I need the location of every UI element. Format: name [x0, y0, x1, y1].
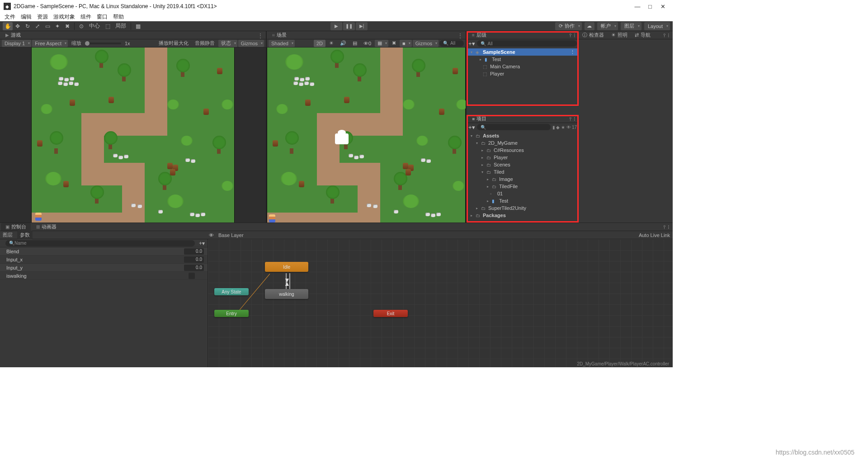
tab-scene[interactable]: ⌗场景: [268, 31, 291, 39]
account-dropdown[interactable]: 帐户: [597, 22, 618, 30]
lighting-icon[interactable]: ☀: [326, 40, 336, 47]
panel-menu-icon[interactable]: ⫯ ⋮: [660, 32, 673, 38]
mute-toggle[interactable]: 音频静音: [192, 40, 217, 47]
shading-dropdown[interactable]: Shaded: [269, 40, 295, 47]
snap-icon[interactable]: ▦: [133, 22, 143, 30]
scale-tool-icon[interactable]: ⤢: [33, 22, 42, 30]
hierarchy-search[interactable]: 🔍All: [477, 40, 577, 47]
menu-edit[interactable]: 编辑: [21, 13, 32, 21]
center-toggle[interactable]: 中心: [86, 22, 103, 30]
param-value[interactable]: 0.0: [184, 256, 204, 263]
project-filters[interactable]: ▮ ◆ ★ 👁17: [552, 125, 577, 130]
tab-navigation[interactable]: ⇄导航: [631, 32, 654, 38]
hidden-icon[interactable]: 👁0: [361, 40, 374, 47]
maximize-button[interactable]: □: [644, 3, 656, 10]
project-super[interactable]: ▸🗀SuperTiled2Unity: [467, 204, 579, 212]
add-icon[interactable]: +▾: [468, 124, 475, 131]
rotate-tool-icon[interactable]: ↻: [23, 22, 33, 30]
eye-icon[interactable]: 👁: [209, 232, 214, 238]
layout-dropdown[interactable]: Layout: [644, 22, 670, 30]
param-row[interactable]: iswalking: [0, 272, 208, 280]
rect-tool-icon[interactable]: ▭: [42, 22, 52, 30]
hierarchy-item-test[interactable]: ▸▮Test: [467, 56, 579, 63]
aspect-dropdown[interactable]: Free Aspect: [32, 40, 68, 47]
custom-tool-icon[interactable]: ✖: [62, 22, 72, 30]
animator-node-walking[interactable]: walking: [265, 289, 308, 299]
menu-gameobject[interactable]: 游戏对象: [53, 13, 75, 21]
menu-help[interactable]: 帮助: [113, 13, 124, 21]
hierarchy-item-camera[interactable]: ⬚Main Camera: [467, 63, 579, 70]
project-item[interactable]: ▸🗀C#Resources: [467, 147, 579, 154]
panel-menu-icon[interactable]: ⫯ ⋮: [660, 224, 673, 230]
tool-icon[interactable]: ✖: [389, 40, 399, 47]
2d-toggle[interactable]: 2D: [314, 40, 326, 47]
collab-dropdown[interactable]: ⟳协作: [555, 22, 582, 30]
menu-window[interactable]: 窗口: [97, 13, 108, 21]
param-search[interactable]: 🔍Name: [5, 240, 195, 246]
tab-inspector[interactable]: ⓘ检查器: [579, 32, 608, 38]
project-search[interactable]: 🔍: [477, 124, 551, 130]
project-packages[interactable]: ▸🗀Packages: [467, 212, 579, 219]
camera-gizmo-icon[interactable]: [335, 133, 349, 144]
minimize-button[interactable]: —: [631, 3, 644, 10]
cloud-button[interactable]: ☁: [585, 22, 594, 30]
hand-tool-icon[interactable]: ✋: [3, 22, 13, 30]
add-icon[interactable]: +▾: [468, 40, 475, 47]
tab-game[interactable]: ▶游戏: [1, 31, 25, 39]
base-layer-breadcrumb[interactable]: Base Layer: [218, 232, 244, 238]
project-item[interactable]: ▸🗀TiledFile: [467, 183, 579, 190]
status-dropdown[interactable]: 状态: [218, 40, 237, 47]
scene-gizmos-dropdown[interactable]: Gizmos: [413, 40, 439, 47]
fx-icon[interactable]: ▤: [350, 40, 360, 47]
layers-toggle[interactable]: 图层: [3, 232, 13, 238]
layers-dropdown[interactable]: 图层: [621, 22, 642, 30]
tab-hierarchy[interactable]: ≡层级: [467, 31, 491, 39]
animator-node-idle[interactable]: Idle: [265, 262, 308, 272]
project-item[interactable]: ▸🗀Image: [467, 175, 579, 183]
params-toggle[interactable]: 参数: [17, 231, 33, 239]
play-button[interactable]: ▶: [330, 22, 342, 30]
hierarchy-item-player[interactable]: ⬚Player: [467, 70, 579, 77]
project-item[interactable]: ▫01: [467, 190, 579, 197]
tab-project[interactable]: ■项目: [467, 115, 491, 123]
tab-console[interactable]: ▣控制台: [1, 223, 31, 231]
panel-menu-icon[interactable]: ⫯ ⋮: [566, 116, 579, 122]
scale-slider[interactable]: [85, 43, 121, 44]
param-row[interactable]: Input_x0.0: [0, 256, 208, 264]
param-row[interactable]: Blend0.0: [0, 247, 208, 256]
project-assets[interactable]: ▾🗀Assets: [467, 132, 579, 139]
panel-menu-icon[interactable]: ⫯ ⋮: [566, 32, 579, 38]
param-value[interactable]: 0.0: [184, 265, 204, 271]
step-button[interactable]: ▶|: [356, 22, 368, 30]
close-button[interactable]: ✕: [656, 3, 669, 10]
pause-button[interactable]: ❚❚: [343, 22, 355, 30]
display-dropdown[interactable]: Display 1: [2, 40, 31, 47]
transform-tool-icon[interactable]: ✦: [52, 22, 62, 30]
game-viewport[interactable]: [0, 47, 266, 223]
animator-node-exit[interactable]: Exit: [373, 310, 408, 317]
add-param-button[interactable]: +▾: [195, 240, 205, 246]
project-tiled[interactable]: ▾🗀Tiled: [467, 168, 579, 175]
scene-viewport[interactable]: [267, 47, 466, 223]
param-row[interactable]: Input_y0.0: [0, 264, 208, 272]
grid-dropdown[interactable]: ▦: [375, 40, 388, 47]
local-icon[interactable]: ⬚: [103, 22, 113, 30]
tab-lighting[interactable]: ☀照明: [608, 32, 631, 38]
project-item[interactable]: ▸🗀Player: [467, 154, 579, 161]
gizmos-dropdown[interactable]: Gizmos: [238, 40, 264, 47]
animator-node-entry[interactable]: Entry: [214, 310, 249, 317]
maximize-toggle[interactable]: 播放时最大化: [156, 40, 191, 47]
animator-graph[interactable]: ▼▲ Idle walking Any State Entry Exit 2D_…: [208, 239, 673, 367]
local-toggle[interactable]: 局部: [113, 22, 129, 30]
project-mygame[interactable]: ▾🗀2D_MyGame: [467, 139, 579, 147]
project-item[interactable]: ▸▮Test: [467, 197, 579, 204]
tab-menu-icon[interactable]: ⋮: [455, 33, 466, 39]
hierarchy-scene[interactable]: ▾◈SampleScene⋮: [467, 48, 579, 56]
animator-node-anystate[interactable]: Any State: [214, 288, 249, 295]
pivot-icon[interactable]: ⊙: [76, 22, 86, 30]
tab-menu-icon[interactable]: ⋮: [255, 33, 266, 39]
menu-file[interactable]: 文件: [5, 13, 15, 21]
param-checkbox[interactable]: [189, 273, 195, 279]
menu-assets[interactable]: 资源: [37, 13, 48, 21]
audio-icon[interactable]: 🔊: [337, 40, 349, 47]
